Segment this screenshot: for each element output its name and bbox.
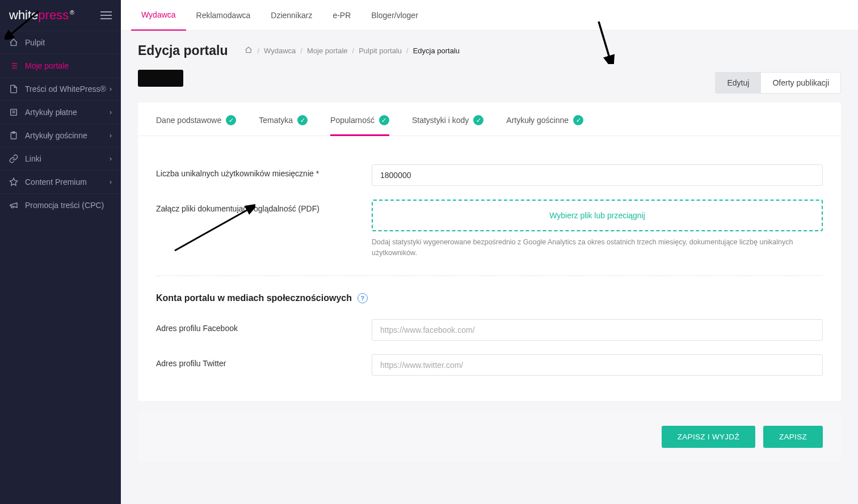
tab-label: Popularność: [330, 116, 375, 125]
logo-reg: ®: [70, 10, 74, 16]
breadcrumb-sep: /: [257, 46, 259, 55]
tab-dziennikarz[interactable]: Dziennikarz: [260, 1, 322, 30]
sidebar-item-promocja[interactable]: Promocja treści (CPC): [0, 193, 121, 217]
inner-tabs: Dane podstawowe ✓ Tematyka ✓ Popularność…: [138, 103, 841, 136]
breadcrumb-wydawca[interactable]: Wydawca: [264, 46, 296, 55]
home-icon[interactable]: [245, 46, 253, 56]
check-icon: ✓: [473, 115, 483, 125]
tab-bloger[interactable]: Bloger/vloger: [361, 1, 428, 30]
check-icon: ✓: [297, 115, 308, 125]
upload-dropzone[interactable]: Wybierz plik lub przeciągnij: [372, 200, 823, 231]
chevron-right-icon: ›: [110, 132, 112, 139]
sidebar-item-label: Promocja treści (CPC): [25, 201, 104, 210]
section-title-text: Konta portalu w mediach społecznościowyc…: [156, 293, 352, 303]
document-icon: [9, 84, 18, 94]
action-tabs: Edytuj Oferty publikacji: [121, 72, 858, 103]
breadcrumb-pulpit-portalu[interactable]: Pulpit portalu: [359, 46, 402, 55]
sidebar-item-label: Content Premium: [25, 177, 87, 187]
main-content: Edycja portalu / Wydawca / Moje portale …: [121, 0, 858, 504]
article-icon: [9, 108, 18, 117]
clipboard-icon: [9, 131, 18, 140]
row-unique-users: Liczba unikalnych użytkowników miesięczn…: [156, 164, 823, 186]
help-icon[interactable]: ?: [358, 293, 368, 303]
tab-label: Artykuły gościnne: [506, 116, 569, 125]
check-icon: ✓: [226, 115, 236, 125]
logo[interactable]: whitepress®: [9, 8, 74, 23]
section-title-social: Konta portalu w mediach społecznościowyc…: [156, 293, 823, 303]
sidebar-item-label: Artykuły gościnne: [25, 131, 87, 140]
home-icon: [9, 38, 18, 47]
input-facebook[interactable]: [372, 319, 823, 341]
chevron-right-icon: ›: [110, 85, 112, 93]
page-header: Edycja portalu / Wydawca / Moje portale …: [121, 31, 858, 58]
breadcrumb: / Wydawca / Moje portale / Pulpit portal…: [245, 46, 460, 56]
sidebar-item-artykuly-platne[interactable]: Artykuły płatne ›: [0, 100, 121, 124]
list-icon: [9, 61, 18, 70]
sidebar-item-label: Linki: [25, 154, 41, 163]
page-title: Edycja portalu: [138, 43, 228, 58]
row-facebook: Adres profilu Facebook: [156, 319, 823, 341]
divider: [156, 276, 823, 276]
inner-tab-tematyka[interactable]: Tematyka ✓: [259, 115, 308, 135]
sidebar-item-pulpit[interactable]: Pulpit: [0, 31, 121, 54]
check-icon: ✓: [379, 115, 389, 125]
inner-tab-dane[interactable]: Dane podstawowe ✓: [156, 115, 236, 135]
sidebar-item-tresci[interactable]: Treści od WhitePress® ›: [0, 77, 121, 100]
inner-tab-popularnosc[interactable]: Popularność ✓: [330, 115, 389, 135]
form-section: Liczba unikalnych użytkowników miesięczn…: [138, 136, 841, 401]
chevron-right-icon: ›: [110, 155, 112, 163]
hamburger-icon[interactable]: [100, 9, 112, 22]
breadcrumb-sep: /: [352, 46, 355, 55]
tab-label: Tematyka: [259, 116, 293, 125]
label-twitter: Adres profilu Twitter: [156, 354, 372, 368]
sidebar-item-artykuly-goscinne[interactable]: Artykuły gościnne ›: [0, 124, 121, 147]
sidebar-item-content-premium[interactable]: Content Premium ›: [0, 170, 121, 193]
check-icon: ✓: [573, 115, 583, 125]
row-attach: Załącz pliki dokumentujące oglądalność (…: [156, 200, 823, 259]
sidebar-item-label: Artykuły płatne: [25, 108, 77, 117]
inner-tab-statystyki[interactable]: Statystyki i kody ✓: [412, 115, 483, 135]
top-navigation: Wydawca Reklamodawca Dziennikarz e-PR Bl…: [121, 0, 858, 31]
tab-epr[interactable]: e-PR: [322, 1, 361, 30]
tab-wydawca[interactable]: Wydawca: [131, 0, 186, 31]
upload-help: Dodaj statystyki wygenerowane bezpośredn…: [372, 237, 823, 259]
label-facebook: Adres profilu Facebook: [156, 319, 372, 333]
logo-white: white: [9, 8, 38, 22]
megaphone-icon: [9, 201, 18, 210]
svg-marker-11: [10, 178, 17, 185]
logo-press: press: [38, 8, 69, 22]
breadcrumb-sep: /: [300, 46, 302, 55]
sidebar-item-moje-portale[interactable]: Moje portale: [0, 54, 121, 77]
footer-actions: ZAPISZ I WYJDŹ ZAPISZ: [138, 412, 841, 461]
breadcrumb-sep: /: [406, 46, 409, 55]
label-attach: Załącz pliki dokumentujące oglądalność (…: [156, 200, 372, 213]
sidebar-header: whitepress®: [0, 0, 121, 31]
save-button[interactable]: ZAPISZ: [763, 426, 823, 448]
sidebar-item-linki[interactable]: Linki ›: [0, 147, 121, 170]
inner-tab-artykuly-goscinne[interactable]: Artykuły gościnne ✓: [506, 115, 583, 135]
star-icon: [9, 177, 18, 187]
tab-label: Statystyki i kody: [412, 116, 469, 125]
input-twitter[interactable]: [372, 354, 823, 376]
row-twitter: Adres profilu Twitter: [156, 354, 823, 376]
breadcrumb-moje-portale[interactable]: Moje portale: [307, 46, 348, 55]
chevron-right-icon: ›: [110, 178, 112, 186]
tab-reklamodawca[interactable]: Reklamodawca: [186, 1, 261, 30]
tab-label: Dane podstawowe: [156, 116, 221, 125]
chevron-right-icon: ›: [110, 108, 112, 116]
sidebar-item-label: Treści od WhitePress®: [25, 84, 106, 94]
label-unique-users: Liczba unikalnych użytkowników miesięczn…: [156, 164, 372, 178]
sidebar-item-label: Moje portale: [25, 61, 69, 70]
input-unique-users[interactable]: [372, 164, 823, 186]
action-tab-oferty[interactable]: Oferty publikacji: [761, 72, 841, 94]
content-card: Dane podstawowe ✓ Tematyka ✓ Popularność…: [138, 103, 841, 401]
action-tab-edytuj[interactable]: Edytuj: [715, 72, 761, 94]
sidebar-item-label: Pulpit: [25, 38, 45, 47]
save-exit-button[interactable]: ZAPISZ I WYJDŹ: [662, 426, 755, 448]
breadcrumb-current: Edycja portalu: [413, 46, 460, 55]
link-icon: [9, 154, 18, 163]
sidebar: whitepress® Pulpit Moje portale Treści o…: [0, 0, 121, 504]
